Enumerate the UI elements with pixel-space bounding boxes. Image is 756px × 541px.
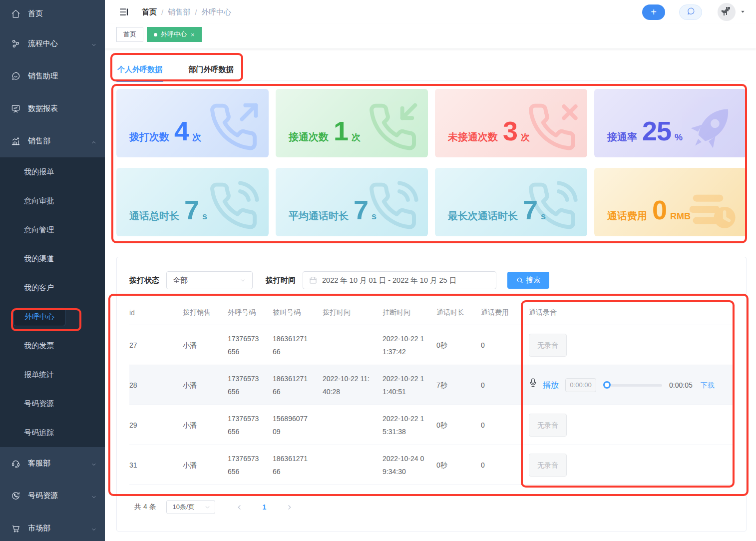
pagination: 共 4 条 10条/页 1 [134, 500, 293, 514]
table-row: 29 小潘 17376573656 15689607709 2022-10-22… [129, 405, 735, 445]
sidebar-item-data-report[interactable]: 数据报表 [0, 92, 105, 125]
table-row: 27 小潘 17376573656 18636127166 2022-10-22… [129, 325, 735, 365]
table-row: 31 小潘 17376573656 18636127166 2022-10-24… [129, 445, 735, 485]
rocket-icon [684, 99, 740, 155]
stat-card-total-duration: 通话总时长7s [116, 168, 269, 236]
search-button[interactable]: 搜索 [507, 272, 549, 289]
headset-icon [11, 459, 20, 468]
table-row: 28 小潘 17376573656 18636127166 2022-10-22… [129, 365, 735, 405]
filter-row: 拨打状态 全部 拨打时间 2022 年 10 月 01 日 - 2022 年 1… [129, 271, 549, 289]
total-count: 共 4 条 [134, 503, 156, 512]
dial-status-select[interactable]: 全部 [166, 271, 253, 289]
chevron-down-icon [91, 41, 97, 47]
call-log-table: id 拨打销售 外呼号码 被叫号码 拨打时间 挂断时间 通话时长 通话费用 通话… [129, 300, 735, 485]
sidebar-item-label: 号码资源 [28, 491, 58, 501]
dino-avatar-icon [721, 6, 733, 18]
download-link[interactable]: 下载 [701, 379, 715, 392]
chevron-down-icon[interactable] [740, 7, 746, 16]
tag-home[interactable]: 首页 [116, 27, 143, 42]
calendar-icon [309, 276, 317, 284]
phone-incoming-icon [365, 99, 421, 155]
active-dot [154, 33, 157, 36]
bar-chart-icon [11, 136, 20, 146]
phone-outgoing-icon [206, 99, 262, 155]
tab-department-outbound-data[interactable]: 部门外呼数据 [187, 59, 234, 81]
sidebar-item-my-orders[interactable]: 我的报单 [0, 157, 105, 186]
sidebar-item-label: 销售部 [28, 136, 50, 146]
page-size-select[interactable]: 10条/页 [166, 500, 215, 514]
audio-player: 播放 0:00:00 0:00:05 下载 [529, 378, 729, 392]
phone-missed-icon [524, 99, 580, 155]
phone-call-icon [206, 178, 262, 234]
sidebar-item-number-resource-dept[interactable]: 号码资源 [0, 480, 105, 512]
audio-slider[interactable] [603, 381, 662, 389]
breadcrumb-home[interactable]: 首页 [142, 7, 157, 17]
app-window: 首页 流程中心 销售助理 数据报表 销售部 [0, 0, 756, 541]
chevron-down-icon [91, 493, 97, 499]
breadcrumb-outbound-center: 外呼中心 [201, 7, 231, 17]
phone-call-icon [524, 178, 580, 234]
sidebar-item-label: 销售助理 [28, 71, 58, 81]
call-log-panel: 拨打状态 全部 拨打时间 2022 年 10 月 01 日 - 2022 年 1… [116, 257, 747, 532]
tab-personal-outbound-data[interactable]: 个人外呼数据 [116, 59, 163, 81]
breadcrumb-sales-dept[interactable]: 销售部 [168, 7, 190, 17]
sidebar-item-marketing-dept[interactable]: 市场部 [0, 512, 105, 541]
sidebar-item-number-tracking[interactable]: 号码追踪 [0, 418, 105, 447]
play-button[interactable]: 播放 [543, 379, 559, 392]
chevron-up-icon [91, 138, 97, 144]
stat-card-connected-count: 接通次数1次 [276, 89, 428, 157]
sidebar-item-number-resources[interactable]: 号码资源 [0, 389, 105, 418]
col-hangup-time: 挂断时间 [382, 308, 436, 317]
cart-icon [11, 524, 20, 533]
sidebar-item-my-channels[interactable]: 我的渠道 [0, 244, 105, 273]
sidebar-item-label: 市场部 [28, 524, 50, 533]
stat-card-missed-count: 未接通次数3次 [435, 89, 587, 157]
chevron-down-icon [204, 504, 211, 511]
sidebar-item-my-customers[interactable]: 我的客户 [0, 273, 105, 302]
tabs: 个人外呼数据 部门外呼数据 [116, 59, 747, 80]
home-icon [11, 9, 20, 18]
avatar[interactable] [718, 3, 736, 21]
dial-status-label: 拨打状态 [129, 276, 159, 285]
tags-bar: 首页 外呼中心 × [105, 24, 756, 48]
col-recording: 通话录音 [529, 308, 735, 317]
sidebar-item-order-stats[interactable]: 报单统计 [0, 360, 105, 389]
no-recording-button: 无录音 [529, 334, 567, 357]
chevron-left-icon [236, 504, 243, 511]
col-called-number: 被叫号码 [273, 308, 323, 317]
sidebar-item-outbound-center[interactable]: 外呼中心 [0, 302, 105, 331]
add-button[interactable]: + [642, 4, 665, 20]
navbar-actions: + [642, 3, 746, 21]
sidebar-item-process-center[interactable]: 流程中心 [0, 27, 105, 60]
prev-page-button[interactable] [236, 504, 243, 511]
stat-card-call-fee: 通话费用0RMB [594, 168, 747, 236]
bill-clock-icon [684, 178, 740, 234]
sidebar-item-my-invoices[interactable]: 我的发票 [0, 331, 105, 360]
page-number[interactable]: 1 [263, 503, 267, 511]
sidebar-fold-icon[interactable] [119, 7, 129, 17]
sidebar-item-home[interactable]: 首页 [0, 0, 105, 27]
next-page-button[interactable] [286, 504, 293, 511]
sidebar-item-sales-assistant[interactable]: 销售助理 [0, 60, 105, 92]
sidebar-item-label: 数据报表 [28, 104, 58, 113]
microphone-icon [529, 378, 537, 392]
dial-time-label: 拨打时间 [266, 276, 296, 285]
tag-outbound-center[interactable]: 外呼中心 × [147, 27, 202, 42]
sidebar-item-service-dept[interactable]: 客服部 [0, 447, 105, 480]
col-fee: 通话费用 [481, 308, 529, 317]
slider-knob[interactable] [603, 381, 611, 389]
navbar: 首页 / 销售部 / 外呼中心 + [105, 0, 756, 24]
chat-bubble-icon [687, 7, 695, 17]
chevron-down-icon [240, 277, 246, 284]
message-button[interactable] [679, 4, 702, 20]
sidebar-item-sales-dept[interactable]: 销售部 [0, 125, 105, 157]
col-id: id [129, 309, 183, 317]
sales-submenu: 我的报单 意向审批 意向管理 我的渠道 我的客户 外呼中心 我的发票 报单统计 … [0, 157, 105, 447]
sidebar-item-intent-management[interactable]: 意向管理 [0, 215, 105, 244]
current-time: 0:00:00 [565, 378, 596, 392]
phone-call-icon [365, 178, 421, 234]
sidebar-item-intent-approval[interactable]: 意向审批 [0, 186, 105, 215]
close-icon[interactable]: × [191, 31, 195, 38]
stat-card-avg-duration: 平均通话时长7s [276, 168, 428, 236]
date-range-input[interactable]: 2022 年 10 月 01 日 - 2022 年 10 月 25 日 [303, 271, 496, 289]
